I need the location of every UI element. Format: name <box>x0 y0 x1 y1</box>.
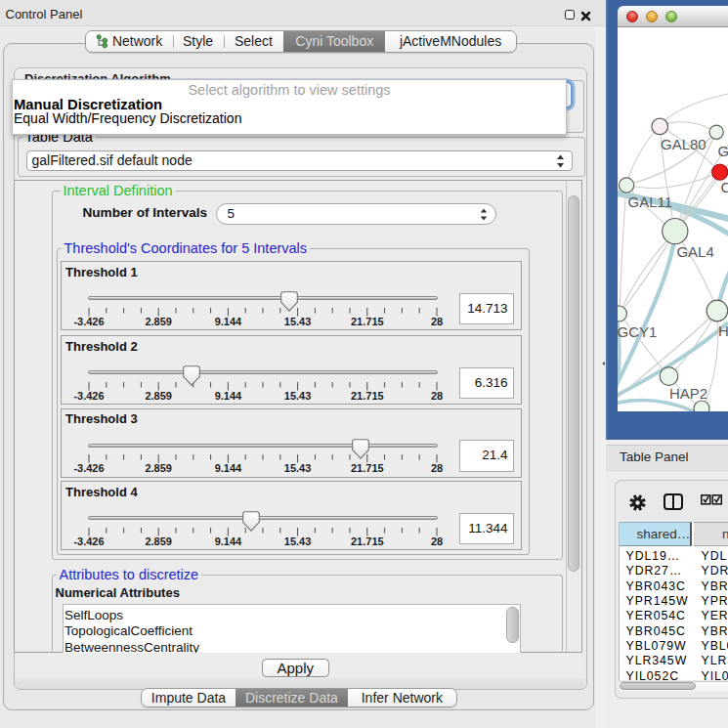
svg-text:GA: GA <box>718 143 728 159</box>
svg-text:H: H <box>718 322 728 339</box>
svg-text:HAP2: HAP2 <box>669 385 707 402</box>
svg-text:GAL80: GAL80 <box>661 136 707 152</box>
svg-text:GAL11: GAL11 <box>628 193 673 210</box>
svg-text:C: C <box>721 179 728 195</box>
svg-text:GCY1: GCY1 <box>618 323 657 340</box>
svg-text:GAL4: GAL4 <box>676 243 713 260</box>
